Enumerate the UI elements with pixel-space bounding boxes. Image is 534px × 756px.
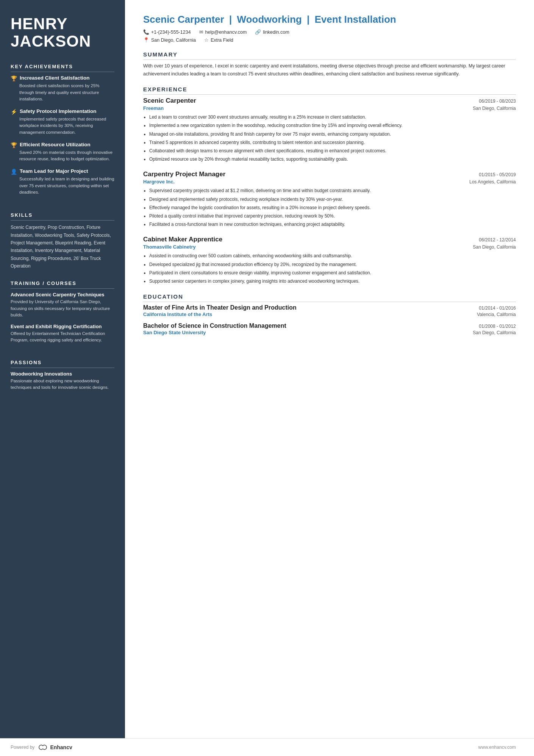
bullet-1-4: Trained 5 apprentices in advanced carpen… (149, 139, 516, 146)
edu-header-2: Bachelor of Science in Construction Mana… (143, 322, 516, 329)
bullet-1-6: Optimized resource use by 20% through ma… (149, 156, 516, 163)
title-p0: Scenic Carpenter (143, 14, 224, 25)
edu-school-2: San Diego State University (143, 330, 206, 335)
edu-school-1: California Institute of the Arts (143, 311, 212, 317)
footer-left: Powered by Enhancv (11, 744, 72, 751)
powered-by-text: Powered by (11, 745, 34, 750)
edu-school-row-2: San Diego State University San Diego, Ca… (143, 330, 516, 335)
summary-title: SUMMARY (143, 51, 516, 60)
experience-section: EXPERIENCE Scenic Carpenter 06/2019 - 08… (143, 86, 516, 285)
skills-section: SKILLS Scenic Carpentry, Prop Constructi… (11, 212, 114, 270)
job-bullets-2: Supervised carpentry projects valued at … (143, 187, 516, 228)
job-header-2: Carpentry Project Manager 01/2015 - 05/2… (143, 171, 516, 178)
job-location-3: San Diego, California (473, 244, 516, 250)
person-icon: 👤 (11, 169, 17, 175)
bullet-3-3: Participated in client consultations to … (149, 269, 516, 277)
edu-location-2: San Diego, California (473, 330, 516, 335)
edu-degree-2: Bachelor of Science in Construction Mana… (143, 322, 286, 329)
email-icon: ✉ (199, 29, 203, 35)
course-title-1: Advanced Scenic Carpentry Techniques (11, 292, 114, 297)
job-location-1: San Diego, California (473, 106, 516, 111)
course-item-2: Event and Exhibit Rigging Certification … (11, 324, 114, 344)
bullet-1-1: Led a team to construct over 300 event s… (149, 114, 516, 121)
training-title: TRAINING / COURSES (11, 280, 114, 289)
bullet-2-5: Facilitated a cross-functional team in n… (149, 221, 516, 228)
job-dates-2: 01/2015 - 05/2019 (479, 172, 516, 177)
edu-degree-1: Master of Fine Arts in Theater Design an… (143, 304, 297, 311)
footer-website: www.enhancv.com (478, 745, 516, 750)
achievement-item-1: 🏆 Increased Client Satisfaction Boosted … (11, 75, 114, 102)
job-entry-1: Scenic Carpenter 06/2019 - 08/2023 Freem… (143, 97, 516, 163)
course-item-1: Advanced Scenic Carpentry Techniques Pro… (11, 292, 114, 318)
achievement-title-1: 🏆 Increased Client Satisfaction (11, 75, 114, 81)
passion-title-1: Woodworking Innovations (11, 371, 114, 377)
job-company-row-1: Freeman San Diego, California (143, 105, 516, 111)
job-dates-3: 06/2012 - 12/2014 (479, 237, 516, 243)
edu-location-1: Valencia, California (477, 312, 516, 317)
job-dates-1: 06/2019 - 08/2023 (479, 99, 516, 104)
bullet-3-4: Supported senior carpenters in complex j… (149, 278, 516, 285)
contact-extra: ☆ Extra Field (204, 37, 233, 43)
bullet-1-2: Implemented a new organization system in… (149, 122, 516, 129)
summary-section: SUMMARY With over 10 years of experience… (143, 51, 516, 78)
edu-dates-1: 01/2014 - 01/2016 (479, 305, 516, 311)
trophy-icon-2: 🏆 (11, 142, 17, 148)
person-name: HENRY JACKSON (11, 15, 114, 50)
job-company-2: Hargrove Inc. (143, 179, 175, 185)
edu-entry-2: Bachelor of Science in Construction Mana… (143, 322, 516, 335)
job-company-row-2: Hargrove Inc. Los Angeles, California (143, 179, 516, 185)
experience-title: EXPERIENCE (143, 86, 516, 95)
skills-title: SKILLS (11, 212, 114, 221)
achievement-item-4: 👤 Team Lead for Major Project Successful… (11, 168, 114, 196)
achievement-item-3: 🏆 Efficient Resource Utilization Saved 2… (11, 142, 114, 163)
job-company-3: Thomasville Cabinetry (143, 244, 196, 250)
education-title: EDUCATION (143, 293, 516, 302)
contact-email: ✉ help@enhancv.com (199, 29, 247, 35)
key-achievements-section: KEY ACHIEVEMENTS 🏆 Increased Client Sati… (11, 64, 114, 202)
job-title-3: Cabinet Maker Apprentice (143, 236, 222, 243)
passions-section: PASSIONS Woodworking Innovations Passion… (11, 360, 114, 395)
job-bullets-1: Led a team to construct over 300 event s… (143, 114, 516, 163)
main-content: Scenic Carpenter | Woodworking | Event I… (125, 0, 534, 738)
course-desc-2: Offered by Entertainment Technician Cert… (11, 330, 114, 344)
achievement-desc-2: Implemented safety protocols that decrea… (11, 116, 114, 136)
sidebar: HENRY JACKSON KEY ACHIEVEMENTS 🏆 Increas… (0, 0, 125, 738)
job-company-1: Freeman (143, 105, 164, 111)
bullet-1-5: Collaborated with design teams to ensure… (149, 147, 516, 155)
key-achievements-title: KEY ACHIEVEMENTS (11, 64, 114, 72)
bullet-3-1: Assisted in constructing over 500 custom… (149, 252, 516, 260)
lightning-icon: ⚡ (11, 109, 17, 115)
main-header: Scenic Carpenter | Woodworking | Event I… (143, 14, 516, 43)
bullet-2-4: Piloted a quality control initiative tha… (149, 213, 516, 220)
job-title-1: Scenic Carpenter (143, 97, 196, 105)
bullet-2-2: Designed and implemented safety protocol… (149, 196, 516, 203)
skills-text: Scenic Carpentry, Prop Construction, Fix… (11, 224, 114, 270)
passions-title: PASSIONS (11, 360, 114, 368)
title-p1: Woodworking (237, 14, 302, 25)
footer: Powered by Enhancv www.enhancv.com (0, 738, 534, 756)
contact-linkedin: 🔗 linkedin.com (255, 29, 289, 35)
course-desc-1: Provided by University of California San… (11, 299, 114, 318)
bullet-2-3: Effectively managed the logistic coordin… (149, 204, 516, 211)
edu-entry-1: Master of Fine Arts in Theater Design an… (143, 304, 516, 317)
course-title-2: Event and Exhibit Rigging Certification (11, 324, 114, 329)
main-title: Scenic Carpenter | Woodworking | Event I… (143, 14, 516, 25)
achievement-title-3: 🏆 Efficient Resource Utilization (11, 142, 114, 148)
training-section: TRAINING / COURSES Advanced Scenic Carpe… (11, 280, 114, 349)
enhancv-logo-svg (37, 744, 48, 751)
achievement-item-2: ⚡ Safety Protocol Implementation Impleme… (11, 108, 114, 136)
edu-school-row-1: California Institute of the Arts Valenci… (143, 311, 516, 317)
education-section: EDUCATION Master of Fine Arts in Theater… (143, 293, 516, 335)
enhancv-logo: Enhancv (37, 744, 72, 751)
job-header-3: Cabinet Maker Apprentice 06/2012 - 12/20… (143, 236, 516, 243)
passion-desc-1: Passionate about exploring new woodworki… (11, 378, 114, 391)
star-icon: ☆ (204, 37, 209, 43)
edu-header-1: Master of Fine Arts in Theater Design an… (143, 304, 516, 311)
contact-phone: 📞 +1-(234)-555-1234 (143, 29, 191, 35)
job-bullets-3: Assisted in constructing over 500 custom… (143, 252, 516, 285)
achievement-desc-1: Boosted client satisfaction scores by 25… (11, 83, 114, 102)
contact-row: 📞 +1-(234)-555-1234 ✉ help@enhancv.com 🔗… (143, 29, 516, 35)
achievement-desc-4: Successfully led a team in designing and… (11, 176, 114, 196)
title-p2: Event Installation (315, 14, 396, 25)
job-title-2: Carpentry Project Manager (143, 171, 225, 178)
